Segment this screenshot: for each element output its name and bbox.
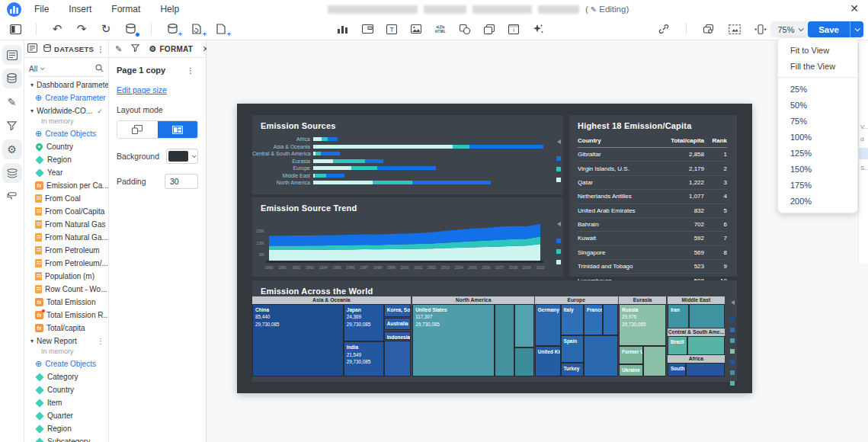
bar-row-central-south-america[interactable]: Central & South America	[252, 150, 563, 158]
zoom-menu-item-75-[interactable]: 75%	[778, 113, 857, 129]
insert-widget-icon[interactable]	[358, 21, 376, 37]
bar-segment-series-blue[interactable]	[365, 159, 383, 163]
share-link-icon[interactable]	[655, 21, 673, 37]
expand-triangle-icon[interactable]: ▾	[30, 338, 34, 344]
treemap-cell-china[interactable]: China85,44029,730,085	[252, 304, 344, 376]
treemap-cell-indonesia[interactable]: Indonesia	[384, 332, 411, 340]
treemap-cell-australia[interactable]: Australia	[384, 318, 411, 330]
treemap-cell-small[interactable]	[495, 304, 514, 376]
tree-item-quarter[interactable]: Quarter	[24, 409, 108, 422]
treemap-cell-small[interactable]	[584, 335, 618, 376]
treemap-cell-small[interactable]	[643, 346, 666, 376]
tree-item-from-petroleum-[interactable]: From Petroleum/...	[24, 257, 108, 270]
layers-icon[interactable]	[2, 163, 22, 183]
insert-html-icon[interactable]: </> HTML	[431, 21, 450, 37]
bar-segment-series-light[interactable]	[313, 181, 373, 184]
chart-emission-source-trend[interactable]: Emission Source Trend 5K15K25K1990199119…	[252, 197, 563, 277]
app-logo-icon[interactable]	[7, 2, 21, 17]
filter-tab-icon[interactable]	[131, 44, 139, 53]
tree-item-dashboard-parameters[interactable]: ▾Dashboard Parameters	[24, 78, 108, 91]
search-icon[interactable]	[95, 64, 104, 74]
table-row[interactable]: Qatar1,2223	[578, 175, 727, 189]
pages-icon[interactable]	[2, 45, 22, 65]
treemap-cell-small[interactable]	[603, 304, 618, 335]
zoom-menu-item-200-[interactable]: 200%	[778, 193, 857, 209]
zoom-menu-item-50-[interactable]: 50%	[778, 97, 857, 113]
treemap-cell-former-u-s-s-r-[interactable]: Former U.S.S.R.	[619, 346, 643, 364]
insert-container-icon[interactable]	[480, 21, 498, 37]
tree-item-item[interactable]: Item	[24, 396, 108, 409]
legend-collapse-arrow-icon[interactable]	[557, 222, 561, 226]
tree-item-create-parameter[interactable]: ⊕Create Parameter	[24, 91, 108, 104]
menu-format[interactable]: Format	[111, 4, 140, 14]
bar-segment-series-blue[interactable]	[469, 145, 543, 149]
zoom-menu-item-175-[interactable]: 175%	[778, 177, 857, 193]
tree-item-new-report[interactable]: ▾New Report⋮	[24, 335, 108, 348]
treemap-cell-india[interactable]: India21,54929,730,085	[344, 341, 384, 376]
datasets-icon[interactable]	[2, 69, 22, 88]
tree-item-from-natural-ga-[interactable]: From Natural Ga...	[24, 231, 108, 244]
tree-item-emission-per-ca-[interactable]: fxEmission per Ca...	[24, 179, 108, 192]
chart-emission-sources[interactable]: Emission Sources AfricaAsia & OceaniaCen…	[252, 115, 563, 194]
dataset-filter-row[interactable]: All	[29, 61, 104, 77]
legend-collapsed[interactable]	[556, 222, 561, 264]
page-menu-icon[interactable]: ⋮	[187, 66, 198, 75]
tree-item-region[interactable]: Region	[24, 422, 108, 435]
settings-icon[interactable]: ⚙	[2, 139, 22, 159]
tree-item-category[interactable]: Category	[24, 370, 108, 383]
bar-row-eurasia[interactable]: Eurasia	[252, 158, 563, 165]
dashboard-page[interactable]: Emission Sources AfricaAsia & OceaniaCen…	[237, 104, 752, 393]
save-button[interactable]: Save	[808, 21, 850, 37]
legend-collapse-arrow-icon[interactable]	[731, 300, 735, 305]
bar-segment-series-teal[interactable]	[373, 181, 412, 184]
table-highest-emission-capita[interactable]: Highest 18 Emission/Capita CountryTotal/…	[569, 115, 737, 277]
zoom-menu-item-fill-the-view[interactable]: Fill the View	[778, 58, 857, 74]
tree-item-population-m-[interactable]: Population (m)	[24, 270, 108, 283]
bar-segment-series-teal[interactable]	[322, 137, 328, 141]
treemap-cell-small[interactable]	[514, 304, 534, 348]
treemap-cell-ukraine[interactable]: Ukraine	[619, 364, 643, 376]
undo-icon[interactable]: ↶	[48, 21, 66, 37]
zoom-menu-item-125-[interactable]: 125%	[778, 145, 857, 161]
datasets-menu-icon[interactable]: ⋮	[97, 45, 108, 53]
save-split-button[interactable]: Save	[808, 21, 863, 37]
bar-row-north-america[interactable]: North America	[252, 179, 563, 187]
edit-page-size-link[interactable]: Edit page size	[117, 85, 167, 94]
table-row[interactable]: Netherlands Antilles1,0774	[578, 190, 727, 203]
layout-freeform-button[interactable]	[117, 121, 158, 138]
expand-triangle-icon[interactable]: ▾	[30, 82, 34, 88]
insert-text-icon[interactable]: T	[383, 21, 401, 37]
bar-segment-series-light[interactable]	[313, 137, 322, 141]
tree-item-country[interactable]: Country	[24, 383, 108, 396]
treemap-cell-small[interactable]	[686, 363, 725, 376]
bar-segment-series-blue[interactable]	[326, 174, 344, 178]
kebab-menu-icon[interactable]: ⋮	[97, 337, 108, 345]
treemap-cell-small[interactable]	[514, 348, 534, 376]
tree-item-from-natural-gas[interactable]: From Natural Gas	[24, 218, 108, 231]
treemap-cell-united-kingdom[interactable]: United Kingdom	[535, 346, 561, 376]
bar-segment-series-light[interactable]	[313, 166, 351, 170]
bar-segment-series-blue[interactable]	[328, 137, 338, 141]
tree-item-from-coal-capita[interactable]: From Coal/Capita	[24, 205, 108, 218]
treemap-cell-small[interactable]	[689, 304, 725, 328]
zoom-level-dropdown[interactable]: 75%	[770, 21, 809, 37]
treemap-cell-brazil[interactable]: Brazil	[668, 336, 687, 355]
bar-row-europe[interactable]: Europe	[252, 165, 563, 172]
report-tab-icon[interactable]	[27, 43, 37, 54]
bar-segment-series-teal[interactable]	[333, 159, 365, 163]
treemap-cell-italy[interactable]: Italy	[561, 304, 585, 335]
ai-assist-icon[interactable]	[529, 21, 547, 37]
save-options-chevron[interactable]	[850, 21, 863, 37]
theme-icon[interactable]	[2, 187, 22, 207]
table-row[interactable]: Kuwait5927	[578, 232, 727, 245]
tree-item-create-objects[interactable]: ⊕Create Objects	[24, 357, 108, 370]
bar-segment-series-teal[interactable]	[315, 174, 326, 178]
embed-icon[interactable]	[751, 21, 770, 37]
menu-file[interactable]: File	[34, 4, 49, 14]
insert-shapes-icon[interactable]	[456, 21, 474, 37]
bar-segment-series-teal[interactable]	[351, 166, 377, 170]
kebab-menu-icon[interactable]: ⋮	[106, 107, 108, 115]
snapshot-icon[interactable]	[725, 21, 744, 37]
treemap-cell-germany[interactable]: Germany	[535, 304, 561, 346]
zoom-menu-item-150-[interactable]: 150%	[778, 161, 857, 177]
